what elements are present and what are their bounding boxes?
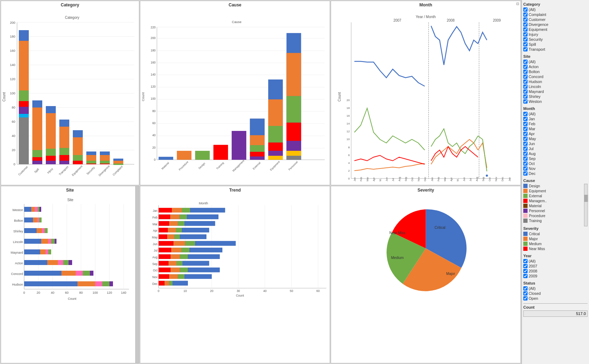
svg-text:Maynard: Maynard: [11, 251, 23, 254]
sidebar-status-all-cb[interactable]: [523, 286, 528, 291]
sidebar-site-lincoln-cb[interactable]: [523, 84, 528, 89]
svg-text:Year / Month: Year / Month: [416, 15, 436, 19]
svg-text:Training: Training: [216, 161, 225, 170]
svg-text:40: 40: [51, 291, 54, 294]
svg-rect-311: [171, 268, 180, 272]
sidebar-site-all-cb[interactable]: [523, 60, 528, 64]
expand-icon[interactable]: ⊡: [516, 2, 519, 6]
sidebar-category-security: Security: [523, 37, 588, 42]
svg-rect-275: [168, 228, 176, 232]
cause-legend-training: Training: [523, 219, 588, 223]
sidebar-site-weston-cb[interactable]: [523, 99, 528, 104]
sidebar-severity-title: Severity: [523, 226, 588, 231]
sidebar-category-customer-checkbox[interactable]: [523, 17, 528, 22]
svg-text:20: 20: [152, 146, 156, 149]
severity-legend-medium: Medium: [523, 242, 588, 246]
svg-text:M..: M..: [379, 178, 382, 181]
sidebar-month-all-cb[interactable]: [523, 112, 528, 116]
sidebar-category-injury-checkbox[interactable]: [523, 32, 528, 37]
category-y-label: Count: [2, 92, 6, 101]
svg-rect-40: [46, 156, 56, 161]
sidebar-month-items: (All) Jan Feb Mar Apr May Jun Jul Aug Se…: [523, 112, 588, 176]
sidebar-category-complaint-label: Complaint: [529, 12, 546, 17]
svg-rect-304: [158, 261, 168, 266]
sidebar-site-hudson-cb[interactable]: [523, 79, 528, 84]
svg-rect-116: [268, 151, 283, 156]
sidebar-category-transport-label: Transport: [529, 47, 545, 51]
svg-rect-50: [73, 137, 83, 155]
svg-text:100: 100: [10, 92, 15, 95]
equipment-color: [523, 189, 528, 193]
sidebar-category-injury: Injury: [523, 32, 588, 37]
svg-text:0: 0: [348, 177, 350, 180]
svg-rect-220: [24, 260, 47, 265]
svg-rect-265: [187, 215, 218, 219]
svg-text:Nov: Nov: [152, 275, 158, 279]
sidebar-category-spill-checkbox[interactable]: [523, 42, 528, 46]
sidebar-year-2008-cb[interactable]: [523, 269, 528, 273]
sidebar-site-section: Site (All) Acton Bolton Concord Hudson L…: [523, 54, 588, 104]
sidebar-status-open-cb[interactable]: [523, 296, 528, 300]
month-chart-title: Month: [331, 1, 520, 8]
sidebar-month-sep-cb[interactable]: [523, 156, 528, 161]
sidebar-year-2007-cb[interactable]: [523, 264, 528, 268]
svg-text:Divergence: Divergence: [98, 164, 110, 177]
sidebar-month-oct-cb[interactable]: [523, 161, 528, 166]
svg-text:4: 4: [348, 161, 350, 165]
svg-rect-66: [113, 164, 123, 165]
sidebar-month-feb-cb[interactable]: [523, 122, 528, 126]
sidebar-site-bolton-cb[interactable]: [523, 70, 528, 74]
sidebar-category-complaint-checkbox[interactable]: [523, 12, 528, 17]
sidebar-site-concord-cb[interactable]: [523, 75, 528, 79]
site-scrollbar[interactable]: [135, 186, 139, 363]
sidebar-status-closed-cb[interactable]: [523, 291, 528, 296]
sidebar-year-all-cb[interactable]: [523, 259, 528, 263]
svg-text:140: 140: [121, 291, 126, 294]
svg-text:100: 100: [151, 97, 156, 100]
svg-text:Injury: Injury: [47, 167, 54, 174]
cause-scrollbar[interactable]: [584, 184, 588, 226]
svg-rect-201: [37, 217, 39, 222]
svg-rect-32: [32, 107, 42, 150]
sidebar-site-shirley-cb[interactable]: [523, 94, 528, 99]
svg-text:30: 30: [237, 289, 240, 293]
sidebar-category-divergence-checkbox[interactable]: [523, 22, 528, 27]
sidebar-year-2009-cb[interactable]: [523, 274, 528, 278]
svg-text:Feb: Feb: [152, 216, 158, 219]
svg-text:Oct: Oct: [153, 269, 158, 272]
svg-text:Cause: Cause: [232, 20, 242, 24]
svg-rect-202: [39, 217, 42, 222]
sidebar-month-apr-cb[interactable]: [523, 132, 528, 136]
sidebar-category-equipment-checkbox[interactable]: [523, 27, 528, 32]
svg-text:2009: 2009: [493, 18, 501, 22]
sidebar-month-dec-cb[interactable]: [523, 171, 528, 176]
svg-rect-307: [183, 261, 209, 266]
cause-legend-material: Material: [523, 204, 588, 208]
svg-rect-121: [286, 96, 301, 123]
sidebar-site-acton-cb[interactable]: [523, 65, 528, 69]
svg-text:2007: 2007: [393, 18, 401, 22]
svg-rect-263: [170, 215, 179, 219]
site-chart-panel: Site Site 0 20 40 60 80 100 120 140 Coun…: [1, 186, 139, 363]
sidebar-month-jan-cb[interactable]: [523, 117, 528, 121]
svg-rect-223: [63, 260, 69, 265]
sidebar-month-nov-cb[interactable]: [523, 166, 528, 171]
svg-rect-212: [51, 239, 55, 244]
svg-rect-200: [33, 217, 37, 222]
svg-text:0: 0: [13, 162, 15, 166]
nearmiss-color: [523, 247, 528, 251]
sidebar-month-mar-cb[interactable]: [523, 127, 528, 131]
sidebar-category-transport-checkbox[interactable]: [523, 47, 528, 51]
svg-text:10: 10: [184, 289, 187, 293]
sidebar-category-security-checkbox[interactable]: [523, 37, 528, 42]
sidebar-month-jun-cb[interactable]: [523, 142, 528, 146]
sidebar-category-all-checkbox[interactable]: [523, 7, 528, 12]
sidebar-month-jul-cb[interactable]: [523, 147, 528, 151]
svg-rect-101: [214, 145, 228, 160]
sidebar-site-maynard-cb[interactable]: [523, 89, 528, 94]
sidebar-month-aug-cb[interactable]: [523, 151, 528, 156]
svg-text:Acton: Acton: [15, 261, 23, 265]
cause-chart-title: Cause: [140, 1, 330, 8]
svg-text:Feb: Feb: [437, 177, 440, 181]
sidebar-month-may-cb[interactable]: [523, 137, 528, 141]
